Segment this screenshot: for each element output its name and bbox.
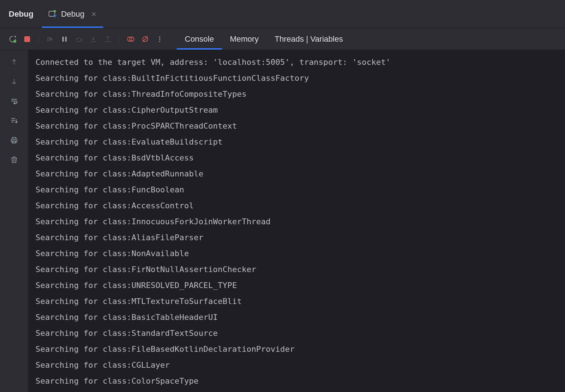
console-line: Searching for class:FuncBoolean (35, 182, 558, 198)
scroll-up-button[interactable] (8, 56, 20, 68)
svg-point-2 (13, 40, 16, 43)
tab-memory[interactable]: Memory (222, 28, 267, 50)
svg-rect-4 (47, 37, 49, 42)
debugger-toolbar: Console Memory Threads | Variables (0, 28, 565, 50)
scroll-to-end-button[interactable] (8, 114, 20, 127)
console-line: Searching for class:StandardTextSource (35, 325, 558, 341)
soft-wrap-button[interactable] (8, 95, 20, 107)
console-line: Searching for class:UNRESOLVED_PARCEL_TY… (35, 278, 558, 293)
console-line: Searching for class:InnocuousForkJoinWor… (35, 214, 558, 230)
svg-point-16 (159, 36, 160, 38)
console-line: Connected to the target VM, address: 'lo… (35, 54, 558, 70)
console-line: Searching for class:AliasFileParser (35, 230, 558, 246)
more-actions-button[interactable] (154, 33, 166, 45)
mute-breakpoints-button[interactable] (139, 33, 151, 45)
console-output[interactable]: Connected to the target VM, address: 'lo… (28, 50, 565, 392)
print-button[interactable] (8, 134, 20, 146)
clear-all-button[interactable] (8, 154, 20, 166)
console-line: Searching for class:EvaluateBuildscript (35, 134, 558, 150)
console-line: Searching for class:ProcSPARCThreadConte… (35, 118, 558, 134)
separator (38, 34, 39, 44)
svg-point-18 (159, 41, 160, 42)
tab-console[interactable]: Console (177, 28, 222, 50)
svg-point-17 (159, 38, 160, 40)
console-line: Searching for class:ColorSpaceType (35, 373, 558, 389)
svg-rect-5 (62, 37, 64, 42)
step-over-button[interactable] (73, 33, 85, 45)
view-breakpoints-button[interactable] (125, 33, 137, 45)
svg-rect-3 (24, 36, 30, 42)
console-line: Searching for class:AdaptedRunnable (35, 166, 558, 182)
console-line: Searching for class:CGLLayer (35, 357, 558, 373)
svg-point-1 (54, 10, 56, 13)
top-tab-bar: Debug Debug (0, 0, 565, 28)
tab-threads-variables[interactable]: Threads | Variables (267, 28, 351, 50)
step-out-button[interactable] (102, 33, 114, 45)
console-line: Searching for class:ThreadInfoCompositeT… (35, 86, 558, 102)
tool-window-title: Debug (0, 0, 42, 28)
console-line: Searching for class:AccessControl (35, 198, 558, 214)
console-line: Searching for class:FileBasedKotlinDecla… (35, 341, 558, 357)
console-line: Searching for class:BasicTableHeaderUI (35, 309, 558, 325)
tab-debug[interactable]: Debug (42, 0, 103, 28)
sub-tab-bar: Console Memory Threads | Variables (177, 28, 351, 50)
console-line: Searching for class:FirNotNullAssertionC… (35, 262, 558, 278)
debug-config-icon (49, 10, 56, 18)
console-line: Searching for class:CipherOutputStream (35, 102, 558, 118)
scroll-down-button[interactable] (8, 75, 20, 88)
tab-label: Debug (61, 9, 84, 19)
console-sidebar (0, 50, 28, 392)
console-line: Searching for class:MTLTextureToSurfaceB… (35, 293, 558, 309)
separator (119, 34, 120, 44)
svg-rect-6 (65, 37, 67, 42)
close-icon[interactable] (91, 11, 97, 17)
resume-button[interactable] (44, 33, 56, 45)
console-line: Searching for class:NonAvailable (35, 246, 558, 262)
console-line: Searching for class:BuiltInFictitiousFun… (35, 70, 558, 86)
pause-button[interactable] (58, 33, 71, 45)
stop-button[interactable] (21, 33, 33, 45)
rerun-button[interactable] (7, 33, 19, 45)
console-line: Searching for class:BsdVtblAccess (35, 150, 558, 166)
step-into-button[interactable] (87, 33, 100, 45)
